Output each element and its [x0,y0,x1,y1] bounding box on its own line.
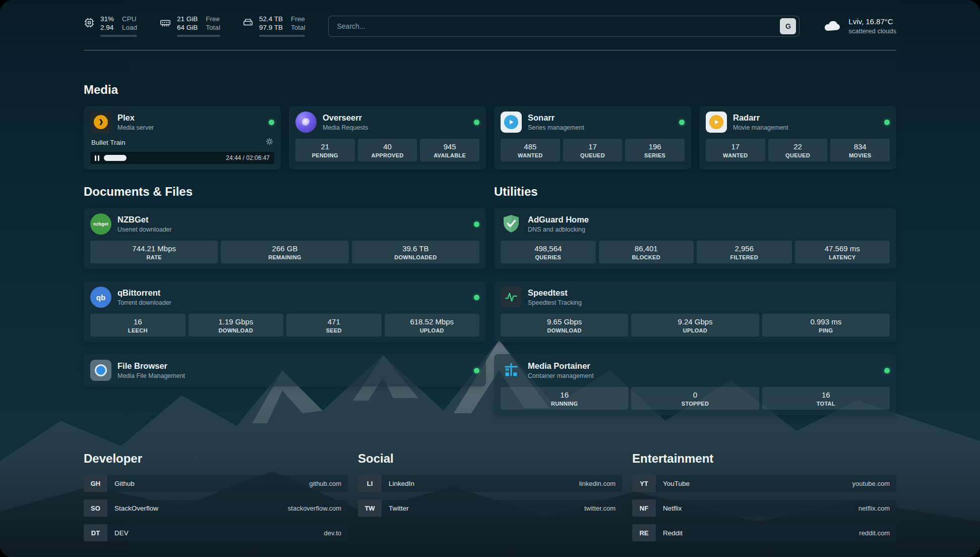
link-reddit[interactable]: RE Reddit reddit.com [632,524,896,541]
stat-downloaded: 39.6 TBDOWNLOADED [352,241,479,263]
stat-running: 16RUNNING [501,387,628,410]
stat-blocked: 86,401BLOCKED [599,241,694,263]
nzbget-card[interactable]: nzbget NZBGet Usenet downloader 744.21 M… [84,208,486,269]
status-dot [884,368,890,373]
cpu-icon [84,17,95,30]
section-media: Media Plex Media server Bullet [84,83,896,170]
link-youtube[interactable]: YT YouTube youtube.com [632,475,896,492]
app-name: qBittorrent [117,288,171,298]
status-dot [474,368,479,373]
speedtest-card[interactable]: Speedtest Speedtest Tracking 9.65 GbpsDO… [494,281,896,342]
weather-location: Lviv, 16.87°C [848,17,896,26]
resource-widgets: 31% CPU 2.94 Load 21 [84,15,305,37]
radarr-card[interactable]: Radarr Movie management 17WANTED 22QUEUE… [699,106,896,170]
link-twitter[interactable]: TW Twitter twitter.com [358,499,622,517]
stat-total: 16TOTAL [762,387,890,410]
stat-stopped: 0STOPPED [631,387,759,410]
search-engine-button[interactable]: G [780,18,796,34]
status-dot [474,295,479,300]
sonarr-card[interactable]: Sonarr Series management 485WANTED 17QUE… [494,106,691,170]
app-name: AdGuard Home [528,215,589,225]
app-desc: Movie management [733,124,788,131]
link-github[interactable]: GH Github github.com [84,475,348,492]
app-desc: Usenet downloader [117,226,172,233]
stat-leech: 16LEECH [90,314,186,337]
stat-wanted: 485WANTED [501,139,560,161]
plex-icon [90,112,111,133]
memory-free-label: Free [206,15,220,23]
stat-pending: 21PENDING [295,139,355,161]
status-dot [474,120,479,125]
section-title-developer: Developer [84,452,348,466]
now-playing-title: Bullet Train [91,139,126,146]
disk-widget: 52.4 TB Free 97.9 TB Total [242,15,305,37]
filebrowser-card[interactable]: File Browser Media File Management [84,354,486,386]
link-netflix[interactable]: NF Netflix netflix.com [632,499,896,517]
app-name: Speedtest [528,288,582,298]
stat-queued: 22QUEUED [768,139,828,161]
stat-available: 945AVAILABLE [420,139,479,161]
adguard-shield-icon [501,213,522,235]
app-name: Media Portainer [528,361,594,371]
disk-free-value: 52.4 TB [259,15,283,23]
overseerr-card[interactable]: Overseerr Media Requests 21PENDING 40APP… [289,106,486,170]
section-title-social: Social [358,452,622,466]
plex-card[interactable]: Plex Media server Bullet Train [84,106,281,170]
overseerr-icon [295,112,317,133]
cpu-progress-bar [100,35,137,37]
disk-total-label: Total [291,24,305,31]
status-dot [679,120,685,125]
section-title-entertainment: Entertainment [632,452,896,466]
link-dev[interactable]: DT DEV dev.to [84,524,348,541]
stat-queued: 17QUEUED [563,139,623,161]
memory-progress-bar [177,35,220,37]
link-abbr: GH [84,475,107,492]
weather-widget: Lviv, 16.87°C scattered clouds [823,17,896,35]
link-abbr: LI [358,475,382,492]
app-name: NZBGet [117,215,172,225]
app-name: File Browser [117,361,185,371]
gear-icon[interactable] [266,138,273,147]
disk-progress-bar [259,35,305,37]
status-dot [474,221,479,227]
section-title-media: Media [84,83,896,97]
cpu-load-label: Load [122,24,137,31]
stat-queries: 498,564QUERIES [501,241,596,263]
search-input[interactable] [337,22,780,30]
stat-seed: 471SEED [286,314,382,337]
adguard-card[interactable]: AdGuard Home DNS and adblocking 498,564Q… [494,208,896,269]
stat-download: 9.65 GbpsDOWNLOAD [501,314,628,337]
section-utilities: Utilities AdGuard Home DNS and [494,185,896,427]
playback-progress[interactable] [104,155,221,161]
qbittorrent-card[interactable]: qb qBittorrent Torrent downloader 16LEEC… [84,281,486,342]
portainer-icon [501,360,522,381]
app-desc: Media Requests [323,124,368,131]
cpu-widget: 31% CPU 2.94 Load [84,15,137,37]
app-desc: Speedtest Tracking [528,299,582,306]
app-desc: Media server [117,124,154,131]
stat-rate: 744.21 MbpsRATE [90,241,218,263]
stat-movies: 834MOVIES [830,139,890,161]
playback-time: 24:44 / 02:06:47 [226,154,270,161]
pause-button[interactable] [95,155,99,161]
section-title-utilities: Utilities [494,185,896,199]
stat-upload: 618.52 MbpsUPLOAD [385,314,480,337]
app-desc: DNS and adblocking [528,226,589,233]
app-name: Sonarr [528,113,584,123]
section-social: Social LI LinkedIn linkedin.com TW Twitt… [358,452,622,549]
stat-filtered: 2,956FILTERED [697,241,792,263]
search-bar: G [328,16,800,37]
link-linkedin[interactable]: LI LinkedIn linkedin.com [358,475,622,492]
disk-total-value: 97.9 TB [259,24,283,31]
stat-wanted: 17WANTED [706,139,765,161]
memory-total-label: Total [206,24,220,31]
stat-upload: 9.24 GbpsUPLOAD [631,314,759,337]
link-stackoverflow[interactable]: SO StackOverflow stackoverflow.com [84,499,348,517]
link-abbr: DT [84,524,107,541]
stat-ping: 0.993 msPING [762,314,890,337]
portainer-card[interactable]: Media Portainer Container management 16R… [494,354,896,415]
app-desc: Container management [528,372,594,379]
memory-widget: 21 GiB Free 64 GiB Total [159,15,220,37]
stat-download: 1.19 GbpsDOWNLOAD [189,314,284,337]
app-desc: Media File Management [117,372,185,379]
